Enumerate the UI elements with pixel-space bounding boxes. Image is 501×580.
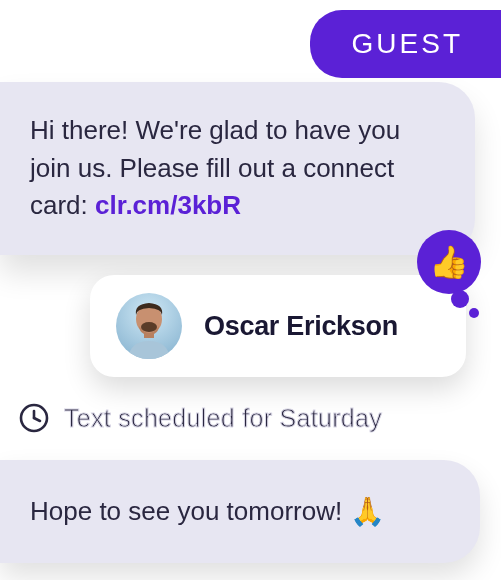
followup-message-bubble: Hope to see you tomorrow! 🙏 — [0, 460, 480, 563]
schedule-row: Text scheduled for Saturday — [18, 402, 382, 434]
followup-message-text: Hope to see you tomorrow! 🙏 — [30, 492, 450, 531]
guest-badge-label: GUEST — [352, 28, 463, 59]
followup-text: Hope to see you tomorrow! — [30, 493, 342, 529]
contact-card[interactable]: Oscar Erickson — [90, 275, 466, 377]
avatar — [116, 293, 182, 359]
clock-icon — [18, 402, 50, 434]
avatar-icon — [116, 293, 182, 359]
schedule-text: Text scheduled for Saturday — [64, 404, 382, 433]
guest-badge: GUEST — [310, 10, 501, 78]
reaction-tail-small — [469, 308, 479, 318]
pray-icon: 🙏 — [350, 492, 385, 531]
welcome-message-text: Hi there! We're glad to have you join us… — [30, 112, 439, 225]
reaction-bubble[interactable]: 👍 — [417, 230, 481, 294]
reaction-tail — [451, 290, 469, 308]
welcome-message-bubble: Hi there! We're glad to have you join us… — [0, 82, 475, 255]
svg-line-5 — [34, 418, 40, 421]
contact-name: Oscar Erickson — [204, 311, 398, 342]
connect-card-link[interactable]: clr.cm/3kbR — [95, 190, 241, 220]
thumbs-up-icon: 👍 — [429, 243, 469, 281]
svg-point-2 — [141, 322, 157, 332]
